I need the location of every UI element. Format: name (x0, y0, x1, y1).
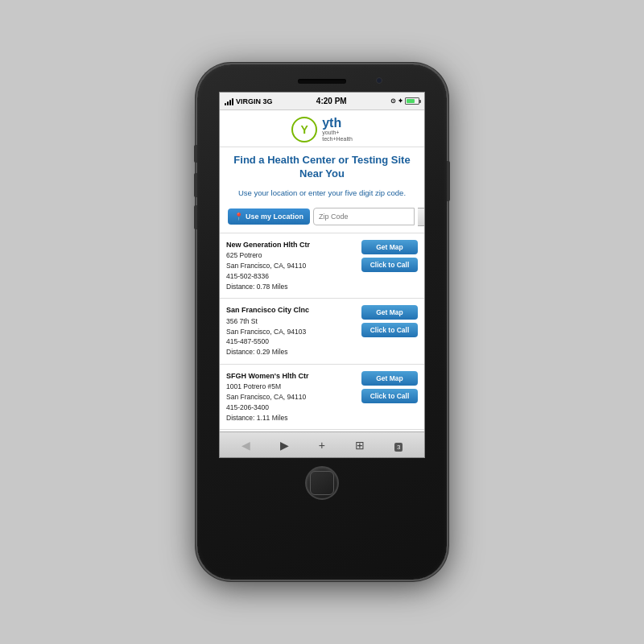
result-item: New Generation Hlth Ctr 625 Potrero San … (220, 233, 424, 299)
result-3-distance: Distance: 1.11 Miles (226, 413, 357, 423)
result-3-info: SFGH Women's Hlth Ctr 1001 Potrero #5M S… (226, 371, 357, 423)
bookmarks-button[interactable]: ⊞ (352, 437, 368, 453)
main-heading: Find a Health Center or Testing Site Nea… (220, 147, 424, 184)
result-1-click-to-call-button[interactable]: Click to Call (361, 258, 418, 272)
result-2-distance: Distance: 0.29 Miles (226, 347, 357, 357)
result-1-address2: San Francisco, CA, 94110 (226, 261, 357, 271)
browser-toolbar: ◀ ▶ + ⊞ 3 (220, 431, 424, 457)
tabs-count-badge: 3 (394, 443, 402, 452)
result-2-click-to-call-button[interactable]: Click to Call (361, 323, 418, 337)
wifi-icon: ✦ (398, 97, 403, 105)
result-1-actions: Get Map Click to Call (361, 240, 418, 272)
tabs-button[interactable]: 3 (391, 437, 406, 453)
front-camera (376, 77, 382, 84)
result-2-phone: 415-487-5500 (226, 336, 357, 347)
home-button[interactable] (305, 466, 339, 500)
logo-text: yth youth+ tech+Health (322, 117, 353, 143)
zip-code-input[interactable] (313, 208, 415, 225)
use-location-button[interactable]: 📍 Use my Location (228, 208, 310, 225)
result-3-click-to-call-button[interactable]: Click to Call (361, 389, 418, 403)
brand-name: yth (322, 117, 353, 130)
result-3-phone: 415-206-3400 (226, 402, 357, 413)
result-2-actions: Get Map Click to Call (361, 305, 418, 337)
speaker-grille (298, 79, 346, 84)
location-pin-icon: 📍 (234, 213, 243, 221)
result-3-address2: San Francisco, CA, 94110 (226, 392, 357, 402)
mute-button[interactable] (194, 145, 197, 163)
web-content: Y yth youth+ tech+Health Find a Health C… (220, 110, 424, 431)
new-tab-button[interactable]: + (316, 437, 328, 453)
result-2-name: San Francisco City Clnc (226, 305, 357, 316)
volume-up-button[interactable] (194, 173, 197, 197)
result-1-address1: 625 Potrero (226, 250, 357, 261)
result-3-address1: 1001 Potrero #5M (226, 382, 357, 392)
result-item: San Francisco City Clnc 356 7th St San F… (220, 299, 424, 365)
result-1-get-map-button[interactable]: Get Map (361, 240, 418, 254)
logo-symbol: Y (301, 123, 308, 136)
subtitle-text: Use your location or enter your five dig… (220, 184, 424, 204)
signal-bars (225, 97, 233, 105)
status-bar: VIRGIN 3G 4:20 PM ⊙ ✦ (220, 93, 424, 110)
power-button[interactable] (447, 161, 450, 201)
location-icon: ⊙ (390, 97, 396, 105)
result-2-get-map-button[interactable]: Get Map (361, 305, 418, 320)
result-1-distance: Distance: 0.78 Miles (226, 282, 357, 292)
phone-frame: VIRGIN 3G 4:20 PM ⊙ ✦ Y yth (197, 64, 447, 580)
result-item: SFGH Women's Hlth Ctr 1001 Potrero #5M S… (220, 365, 424, 431)
location-row: 📍 Use my Location Go (220, 204, 424, 233)
carrier-name: VIRGIN 3G (236, 97, 273, 105)
logo-circle: Y (291, 117, 317, 142)
go-button[interactable]: Go (418, 208, 424, 226)
signal-bar-1 (225, 103, 226, 105)
result-1-phone: 415-502-8336 (226, 271, 357, 282)
signal-bar-4 (232, 98, 233, 105)
back-button[interactable]: ◀ (238, 437, 254, 453)
result-2-info: San Francisco City Clnc 356 7th St San F… (226, 305, 357, 357)
result-3-name: SFGH Women's Hlth Ctr (226, 371, 357, 382)
result-2-address2: San Francisco, CA, 94103 (226, 327, 357, 337)
home-button-inner (310, 471, 334, 495)
forward-button[interactable]: ▶ (277, 437, 292, 453)
result-3-actions: Get Map Click to Call (361, 371, 418, 403)
result-1-info: New Generation Hlth Ctr 625 Potrero San … (226, 240, 357, 292)
status-icons: ⊙ ✦ (390, 97, 419, 105)
battery-icon (405, 97, 419, 105)
result-1-name: New Generation Hlth Ctr (226, 240, 357, 251)
result-2-address1: 356 7th St (226, 316, 357, 327)
result-3-get-map-button[interactable]: Get Map (361, 371, 418, 386)
signal-bar-2 (227, 101, 229, 105)
phone-screen: VIRGIN 3G 4:20 PM ⊙ ✦ Y yth (219, 92, 425, 458)
signal-bar-3 (229, 100, 231, 105)
status-left: VIRGIN 3G (225, 97, 273, 105)
volume-down-button[interactable] (194, 205, 197, 229)
tagline: youth+ tech+Health (322, 130, 353, 143)
battery-fill (407, 99, 415, 103)
status-time: 4:20 PM (316, 97, 347, 105)
logo-area: Y yth youth+ tech+Health (220, 110, 424, 147)
